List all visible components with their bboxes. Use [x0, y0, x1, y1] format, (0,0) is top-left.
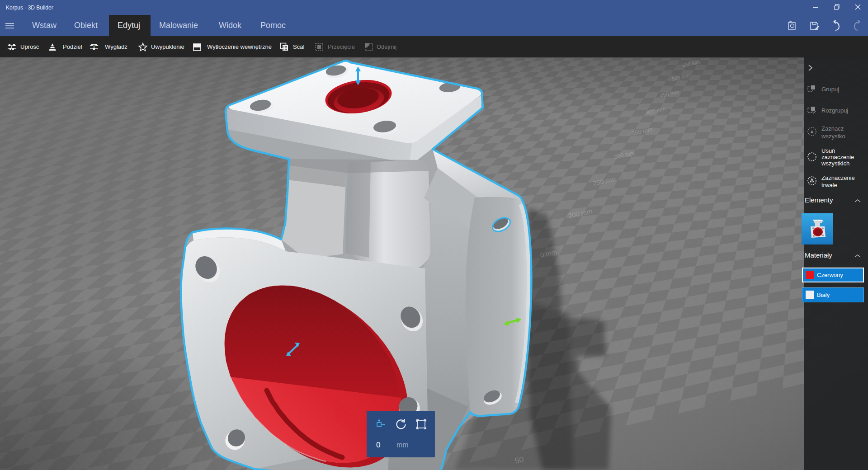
svg-text:50: 50: [514, 455, 525, 465]
